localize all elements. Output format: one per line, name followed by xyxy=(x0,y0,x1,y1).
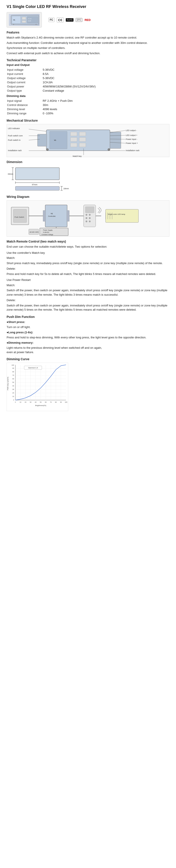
match2-title: Match: xyxy=(7,283,169,287)
technical-title: Technical Parameter xyxy=(7,58,169,62)
svg-text:60: 60 xyxy=(45,401,47,403)
svg-line-23 xyxy=(29,129,46,131)
svg-rect-19 xyxy=(70,143,77,147)
svg-text:Push Switch: Push Switch xyxy=(14,216,24,218)
page-title: V1 Single Color LED RF Wireless Receiver xyxy=(7,4,169,9)
delete2-title: Delete: xyxy=(7,298,169,303)
svg-text:70: 70 xyxy=(50,401,52,403)
svg-text:Installation rack: Installation rack xyxy=(126,149,140,152)
svg-rect-82 xyxy=(106,209,139,222)
svg-text:V1: V1 xyxy=(50,213,53,215)
match2-text: Switch off the power, then switch on pow… xyxy=(7,288,169,297)
cert-ce: C€ xyxy=(57,18,64,23)
param-row: Dimming level 4096 levels xyxy=(7,107,169,111)
svg-text:90: 90 xyxy=(60,401,62,403)
feature-line-3: Synchronize on multiple number of contro… xyxy=(7,46,169,50)
svg-rect-52 xyxy=(15,186,60,190)
svg-point-80 xyxy=(85,220,87,222)
param-label: Dimming level xyxy=(7,107,42,111)
cert-rohs: RoHS xyxy=(66,18,73,22)
svg-point-22 xyxy=(108,149,110,151)
svg-text:Brightness(%): Brightness(%) xyxy=(35,404,46,406)
param-value: RF 2.4GHz + Push Dim xyxy=(43,99,169,103)
svg-text:20: 20 xyxy=(12,392,14,394)
param-label: Output current xyxy=(7,81,42,84)
dimension-svg: 33mm 97mm 18mm xyxy=(7,165,77,192)
product-device-svg: V1 FC CE RoHS xyxy=(10,14,39,25)
param-value: 30m xyxy=(43,103,169,107)
svg-rect-65 xyxy=(67,210,69,221)
push-dim-item-0-label: ●Short press: xyxy=(7,320,169,324)
push-dim-item-2-label: ●Dimming memory: xyxy=(7,341,169,345)
param-label: Input signal xyxy=(7,99,42,103)
svg-text:40: 40 xyxy=(35,401,37,403)
svg-rect-13 xyxy=(49,131,67,149)
svg-rect-11 xyxy=(38,134,47,146)
svg-rect-5 xyxy=(27,17,38,23)
svg-rect-16 xyxy=(79,132,86,136)
svg-point-79 xyxy=(89,217,91,219)
param-row: Input signal RF 2.4GHz + Push Dim xyxy=(7,99,169,103)
param-row: Output type Constant voltage xyxy=(7,89,169,93)
svg-point-76 xyxy=(85,214,87,216)
svg-text:100: 100 xyxy=(65,401,67,403)
svg-text:Push switch com: Push switch com xyxy=(8,134,23,137)
svg-rect-88 xyxy=(7,363,68,411)
svg-text:Push switch in: Push switch in xyxy=(8,139,21,141)
method1-title: Use the controller's Match key xyxy=(7,251,169,255)
svg-text:V1: V1 xyxy=(54,139,56,141)
svg-point-9 xyxy=(36,24,37,25)
dimming-data-subtitle: Dimming data xyxy=(7,94,169,98)
svg-text:PWM duty cycle(%): PWM duty cycle(%) xyxy=(7,377,9,390)
technical-section: Technical Parameter Input and Output Inp… xyxy=(7,58,169,116)
svg-text:LED output +: LED output + xyxy=(126,134,138,136)
dimming-curve-svg: 0 10 20 30 40 50 60 70 80 90 100 0 10 20… xyxy=(7,363,68,411)
dimming-curve-section: Dimming Curve xyxy=(7,357,169,411)
svg-point-77 xyxy=(89,214,91,216)
param-label: Input current xyxy=(7,72,42,76)
param-label: Input voltage xyxy=(7,68,42,71)
svg-point-78 xyxy=(85,217,87,219)
svg-text:FC CE: FC CE xyxy=(28,18,32,20)
svg-text:10: 10 xyxy=(12,396,14,397)
param-value: 5-36VDC xyxy=(43,76,169,80)
param-value: 8.5A xyxy=(43,72,169,76)
svg-text:Match key: Match key xyxy=(73,155,82,157)
svg-text:Controller: Controller xyxy=(48,215,56,217)
svg-text:90: 90 xyxy=(12,368,14,369)
mechanical-section: Mechanical Structure V1 LED Indicator xyxy=(7,119,169,157)
match-remote-section: Match Remote Control (two match ways) En… xyxy=(7,240,169,312)
svg-text:80: 80 xyxy=(55,401,57,403)
svg-text:100: 100 xyxy=(11,364,14,366)
svg-point-81 xyxy=(89,220,91,222)
param-value: 4096 levels xyxy=(43,107,169,111)
dimming-curve-diagram: 0 10 20 30 40 50 60 70 80 90 100 0 10 20… xyxy=(7,363,68,411)
svg-text:AC100~240V: AC100~240V xyxy=(30,231,39,233)
svg-text:Constant Voltage: Constant Voltage xyxy=(42,234,53,236)
param-label: Control distance xyxy=(7,103,42,107)
delete1-text: Press and hold match key for 5s to delet… xyxy=(7,272,169,276)
svg-text:40: 40 xyxy=(12,385,14,386)
param-row: Control distance 30m xyxy=(7,103,169,107)
svg-text:Installation rack: Installation rack xyxy=(8,149,22,152)
svg-text:Gamma=1.6: Gamma=1.6 xyxy=(28,367,38,369)
svg-text:18mm: 18mm xyxy=(63,187,69,190)
svg-text:Single-color LED lamp: Single-color LED lamp xyxy=(108,213,126,215)
param-value: Constant voltage xyxy=(43,89,169,93)
param-value: 40W/96W/192W/288W (5V/12V/24V/36V) xyxy=(43,85,169,88)
svg-text:20: 20 xyxy=(25,401,26,403)
push-dim-item-2-text: Light returns to the previous dimming le… xyxy=(7,346,169,354)
push-dim-item-1-label: ●Long press (1-6s): xyxy=(7,330,169,335)
dimension-title: Dimension xyxy=(7,160,169,164)
wiring-title: Wiring Diagram xyxy=(7,195,169,198)
svg-text:50: 50 xyxy=(12,381,14,383)
svg-rect-4 xyxy=(22,21,26,23)
cert-dtc: DTC xyxy=(76,18,82,22)
method2-title: Use Power Restart xyxy=(7,278,169,282)
svg-text:30: 30 xyxy=(12,389,14,390)
svg-text:LED output -: LED output - xyxy=(126,129,137,131)
cert-fc: FC xyxy=(48,18,55,22)
mechanical-svg: V1 LED Indicator Push switch com Push sw… xyxy=(7,124,169,157)
mechanical-diagram: V1 LED Indicator Push switch com Push sw… xyxy=(7,124,169,157)
svg-rect-43 xyxy=(15,168,60,180)
